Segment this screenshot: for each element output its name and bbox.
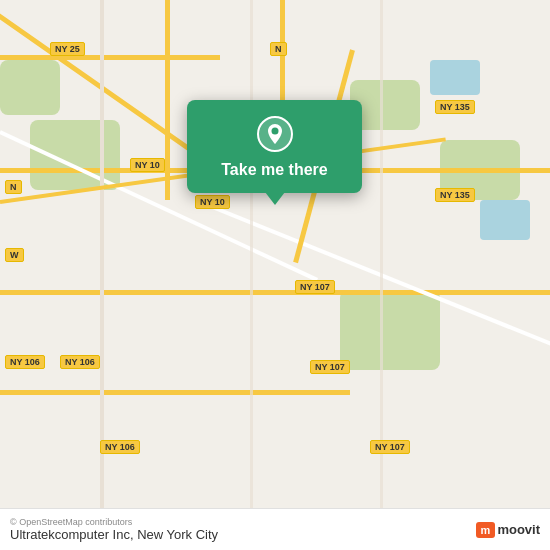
- road-horizontal-3: [0, 390, 350, 395]
- map-container: NY 25 NY 135 NY 135 NY 107 NY 107 NY 107…: [0, 0, 550, 550]
- road-label-ny10-2: NY 10: [195, 195, 230, 209]
- road-label-ny135-1: NY 135: [435, 100, 475, 114]
- road-label-ny10-1: NY 10: [130, 158, 165, 172]
- road-label-ny106-3: NY 106: [5, 355, 45, 369]
- moovit-text: moovit: [497, 522, 540, 537]
- svg-point-1: [271, 128, 278, 135]
- road-label-w: W: [5, 248, 24, 262]
- osm-attribution: © OpenStreetMap contributors: [10, 517, 218, 527]
- location-label: Ultratekcomputer Inc, New York City: [10, 527, 218, 542]
- road-label-ny107-2: NY 107: [310, 360, 350, 374]
- road-label-n1: N: [270, 42, 287, 56]
- road-label-ny25: NY 25: [50, 42, 85, 56]
- popup-card[interactable]: Take me there: [187, 100, 362, 193]
- road-label-ny135-2: NY 135: [435, 188, 475, 202]
- green-area: [340, 290, 440, 370]
- moovit-logo: m moovit: [476, 522, 540, 538]
- take-me-there-label: Take me there: [221, 160, 327, 179]
- road-label-n2: N: [5, 180, 22, 194]
- road-horizontal-4: [0, 55, 220, 60]
- green-area: [0, 60, 60, 115]
- road-vertical-1: [165, 0, 170, 200]
- road-v-thin-2: [250, 0, 253, 550]
- road-label-ny107-3: NY 107: [370, 440, 410, 454]
- water-area: [430, 60, 480, 95]
- road-label-ny107-1: NY 107: [295, 280, 335, 294]
- road-horizontal-2: [0, 290, 550, 295]
- location-pin-icon: [257, 116, 293, 152]
- road-label-ny106-1: NY 106: [60, 355, 100, 369]
- road-label-ny106-2: NY 106: [100, 440, 140, 454]
- road-v-thin-3: [380, 0, 383, 550]
- road-v-thin-1: [100, 0, 104, 550]
- water-area: [480, 200, 530, 240]
- bottom-text: © OpenStreetMap contributors Ultratekcom…: [10, 517, 218, 542]
- moovit-m-icon: m: [476, 522, 496, 538]
- bottom-bar: © OpenStreetMap contributors Ultratekcom…: [0, 508, 550, 550]
